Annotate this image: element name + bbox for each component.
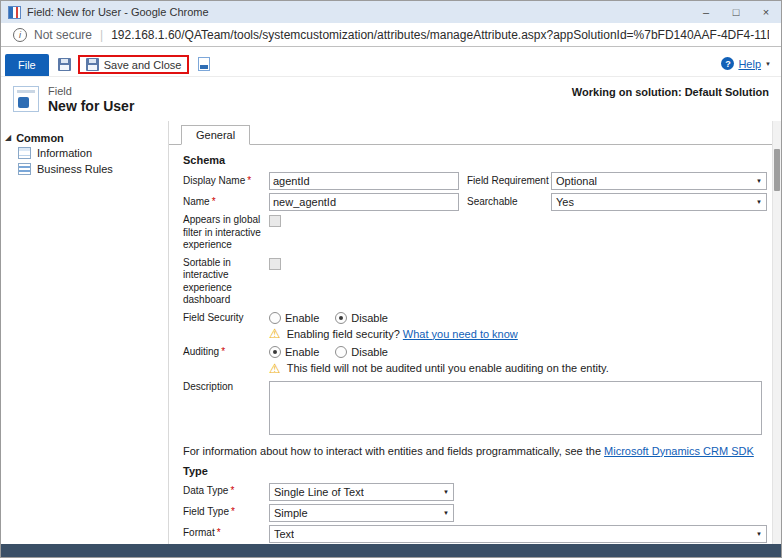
sortable-label: Sortable in interactive experience dashb…	[183, 257, 269, 307]
save-and-close-button[interactable]: Save and Close	[86, 58, 182, 71]
format-row: Format* Text ▼	[183, 525, 767, 543]
help-label: Help	[738, 58, 761, 70]
scrollbar-thumb[interactable]	[774, 149, 780, 191]
maximize-button[interactable]: □	[721, 1, 751, 23]
vertical-scrollbar[interactable]	[772, 121, 781, 544]
annotation-highlight-box: Save and Close	[78, 55, 190, 74]
dynamics-favicon-icon	[8, 6, 21, 19]
minimize-button[interactable]: –	[691, 1, 721, 23]
sidebar-item-business-rules[interactable]: Business Rules	[1, 161, 168, 177]
field-security-disable-radio[interactable]	[335, 312, 347, 324]
sidebar-group-common[interactable]: ◢ Common	[1, 131, 168, 145]
caret-down-icon: ▼	[756, 531, 762, 537]
auditing-enable-radio[interactable]	[269, 346, 281, 358]
data-type-row: Data Type* Single Line of Text ▼	[183, 483, 767, 501]
url-text[interactable]: 192.168.1.60/QATeam/tools/systemcustomiz…	[111, 28, 769, 42]
caret-down-icon: ▼	[443, 510, 449, 516]
display-name-row: Display Name* Field Requirement* Optiona…	[183, 172, 767, 190]
format-select[interactable]: Text ▼	[269, 525, 767, 543]
auditing-row: Auditing* Enable Disable	[183, 346, 767, 359]
form-content: Schema Display Name* Field Requirement* …	[169, 145, 781, 544]
global-filter-row: Appears in global filter in interactive …	[183, 214, 767, 252]
data-type-label: Data Type*	[183, 485, 269, 498]
sidebar-group-label: Common	[16, 132, 64, 144]
sortable-checkbox[interactable]	[269, 258, 281, 270]
footer-bar	[1, 544, 781, 557]
save-and-close-icon	[86, 58, 99, 71]
caret-down-icon: ▼	[756, 178, 762, 184]
caret-down-icon: ▼	[443, 489, 449, 495]
field-type-select[interactable]: Simple ▼	[269, 504, 454, 522]
schema-section-header: Schema	[183, 154, 767, 166]
display-name-input[interactable]	[269, 172, 459, 190]
expander-icon: ◢	[5, 134, 11, 142]
help-button[interactable]: ? Help ▼	[721, 57, 771, 70]
window-titlebar: Field: New for User - Google Chrome – □ …	[1, 1, 781, 23]
sdk-link[interactable]: Microsoft Dynamics CRM SDK	[604, 445, 754, 457]
sdk-note: For information about how to interact wi…	[183, 445, 767, 457]
auditing-note: ⚠ This field will not be audited until y…	[269, 362, 767, 375]
name-label: Name*	[183, 196, 269, 209]
sidebar-item-information[interactable]: Information	[1, 145, 168, 161]
address-separator: |	[100, 28, 103, 42]
searchable-label: Searchable	[467, 196, 551, 209]
save-button[interactable]	[58, 58, 71, 71]
browser-window: Field: New for User - Google Chrome – □ …	[0, 0, 782, 558]
business-rules-icon	[18, 163, 31, 175]
description-label: Description	[183, 381, 269, 394]
working-on-solution: Working on solution: Default Solution	[572, 86, 769, 98]
sidebar-nav: ◢ Common Information Business Rules	[1, 121, 169, 544]
information-icon	[18, 147, 31, 159]
close-button[interactable]: ×	[751, 1, 781, 23]
field-entity-icon	[13, 86, 39, 112]
caret-down-icon: ▼	[756, 199, 762, 205]
help-icon: ?	[721, 57, 734, 70]
address-bar: i Not secure | 192.168.1.60/QATeam/tools…	[1, 23, 781, 47]
save-icon	[58, 58, 71, 71]
name-input[interactable]	[269, 193, 459, 211]
sortable-row: Sortable in interactive experience dashb…	[183, 257, 767, 307]
global-filter-label: Appears in global filter in interactive …	[183, 214, 269, 252]
warning-icon: ⚠	[269, 327, 281, 340]
security-status[interactable]: Not secure	[34, 28, 92, 42]
field-type-label: Field Type*	[183, 506, 269, 519]
window-title: Field: New for User - Google Chrome	[27, 6, 691, 18]
description-textarea[interactable]	[269, 381, 762, 435]
auditing-label: Auditing*	[183, 346, 269, 359]
data-type-select[interactable]: Single Line of Text ▼	[269, 483, 454, 501]
display-name-label: Display Name*	[183, 175, 269, 188]
entity-type-label: Field	[48, 85, 134, 97]
field-security-learn-link[interactable]: What you need to know	[403, 328, 518, 340]
sidebar-item-label: Business Rules	[37, 163, 113, 175]
type-section-header: Type	[183, 465, 767, 477]
main-panel: General Schema Display Name* Field Requi…	[169, 121, 781, 544]
field-requirement-label: Field Requirement*	[467, 175, 551, 188]
searchable-select[interactable]: Yes ▼	[551, 193, 767, 211]
field-type-row: Field Type* Simple ▼	[183, 504, 767, 522]
page-title: New for User	[48, 98, 134, 114]
description-row: Description	[183, 381, 767, 435]
page-header: Field New for User Working on solution: …	[1, 77, 781, 121]
chevron-down-icon: ▼	[765, 61, 771, 67]
sidebar-item-label: Information	[37, 147, 92, 159]
field-security-note: ⚠ Enabling field security? What you need…	[269, 327, 767, 340]
tab-strip: General	[169, 122, 781, 145]
save-and-new-button[interactable]	[198, 57, 210, 71]
field-security-row: Field Security Enable Disable	[183, 312, 767, 325]
format-label: Format*	[183, 527, 269, 540]
command-toolbar: File Save and Close ? Help ▼	[1, 47, 781, 77]
save-and-new-icon	[198, 57, 210, 71]
field-requirement-select[interactable]: Optional ▼	[551, 172, 767, 190]
info-icon[interactable]: i	[13, 28, 27, 42]
name-row: Name* Searchable Yes ▼	[183, 193, 767, 211]
save-and-close-label: Save and Close	[104, 59, 182, 71]
file-button[interactable]: File	[5, 54, 49, 76]
field-security-enable-radio[interactable]	[269, 312, 281, 324]
auditing-disable-radio[interactable]	[335, 346, 347, 358]
tab-general[interactable]: General	[181, 125, 250, 145]
field-security-label: Field Security	[183, 312, 269, 325]
warning-icon: ⚠	[269, 362, 281, 375]
global-filter-checkbox[interactable]	[269, 215, 281, 227]
